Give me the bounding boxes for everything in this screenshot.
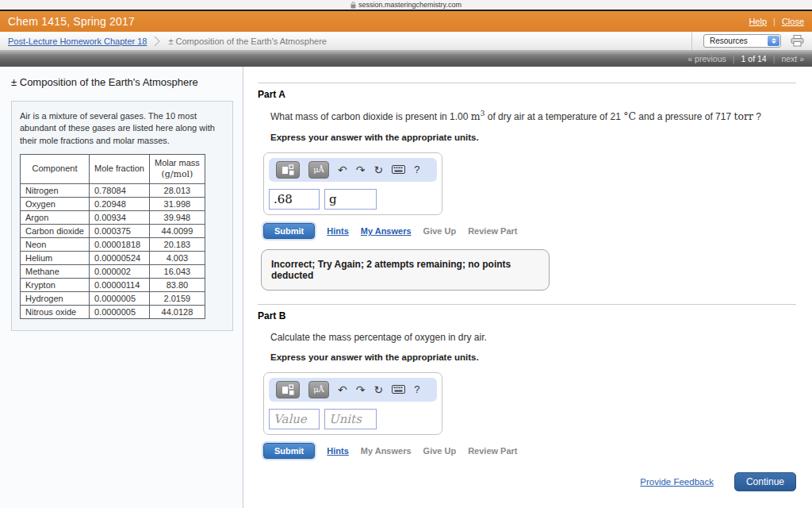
keyboard-icon[interactable]: [392, 384, 405, 395]
breadcrumb-assignment-link[interactable]: Post-Lecture Homework Chapter 18: [8, 37, 147, 46]
part-b-units-input[interactable]: [324, 409, 377, 429]
lock-icon: [350, 2, 356, 9]
gas-table-header-row: Component Mole fraction Molar mass(g/mol…: [21, 155, 205, 184]
breadcrumb-current-item: ± Composition of the Earth's Atmosphere: [168, 37, 327, 46]
col-header-molar-mass: Molar mass(g/mol): [149, 155, 205, 184]
part-a-action-row: Submit Hints My Answers Give Up Review P…: [263, 223, 796, 239]
part-b-give-up-link[interactable]: Give Up: [423, 446, 457, 456]
help-link[interactable]: Help: [749, 17, 767, 26]
help-icon[interactable]: ?: [414, 164, 419, 175]
part-a-hints-link[interactable]: Hints: [327, 226, 349, 236]
item-intro-box: Air is a mixture of several gases. The 1…: [11, 101, 233, 331]
part-a-value-input[interactable]: [269, 189, 320, 210]
printer-icon[interactable]: [791, 35, 804, 47]
select-stepper-icon: [768, 36, 779, 46]
browser-url-bar: session.masteringchemistry.com: [0, 0, 812, 10]
part-b-submit-button[interactable]: Submit: [263, 443, 315, 459]
part-a-review-part-link[interactable]: Review Part: [468, 226, 517, 236]
part-a-express-instruction: Express your answer with the appropriate…: [270, 133, 796, 142]
units-button[interactable]: μÅ: [308, 381, 329, 398]
table-row: Carbon dioxide0.00037544.0099: [21, 224, 205, 237]
table-row: Hydrogen0.00000052.0159: [21, 291, 205, 305]
close-link[interactable]: Close: [782, 17, 804, 26]
table-row: Nitrogen0.7808428.013: [21, 183, 205, 197]
templates-button[interactable]: [276, 381, 300, 398]
pager-position: 1 of 14: [741, 54, 767, 64]
undo-icon[interactable]: ↶: [338, 164, 347, 175]
previous-item-button[interactable]: « previous: [688, 54, 726, 64]
header-separator: |: [773, 17, 776, 26]
col-header-mole-fraction: Mole fraction: [90, 155, 150, 184]
browser-url: session.masteringchemistry.com: [358, 1, 462, 9]
reset-icon[interactable]: ↻: [373, 384, 383, 395]
table-row: Krypton0.0000011483.80: [21, 278, 205, 291]
part-a-my-answers-link[interactable]: My Answers: [361, 226, 412, 236]
units-button[interactable]: μÅ: [308, 161, 329, 179]
reset-icon[interactable]: ↻: [373, 164, 383, 175]
next-item-button[interactable]: next »: [781, 54, 804, 64]
templates-button[interactable]: [276, 161, 300, 179]
table-row: Nitrous oxide0.000000544.0128: [21, 305, 205, 318]
table-row: Argon0.0093439.948: [21, 210, 205, 224]
part-b-answer-box: μÅ ↶ ↷ ↻ ?: [263, 372, 442, 435]
part-b-question: Calculate the mass percentage of oxygen …: [270, 330, 796, 344]
part-a-answer-box: μÅ ↶ ↷ ↻ ?: [263, 152, 442, 215]
table-row: Methane0.00000216.043: [21, 264, 205, 278]
part-b-value-input[interactable]: [269, 409, 320, 429]
part-b-divider: [258, 304, 796, 305]
redo-icon[interactable]: ↷: [356, 384, 366, 395]
item-title: ± Composition of the Earth's Atmosphere: [11, 76, 233, 88]
part-a-give-up-link[interactable]: Give Up: [423, 226, 457, 236]
chevron-right-icon: [154, 36, 161, 47]
table-row: Oxygen0.2094831.998: [21, 197, 205, 210]
part-a-units-input[interactable]: [324, 189, 377, 210]
item-intro-text: Air is a mixture of several gases. The 1…: [20, 110, 224, 147]
templates-icon: [282, 384, 294, 395]
provide-feedback-link[interactable]: Provide Feedback: [640, 477, 714, 487]
keyboard-icon[interactable]: [392, 164, 405, 175]
part-b-express-instruction: Express your answer with the appropriate…: [270, 352, 796, 362]
part-a-label: Part A: [258, 89, 796, 100]
part-b-label: Part B: [258, 310, 796, 321]
part-a-submit-button[interactable]: Submit: [263, 223, 315, 239]
item-footer: Provide Feedback Continue: [258, 472, 796, 491]
breadcrumb: Post-Lecture Homework Chapter 18 ± Compo…: [0, 32, 812, 51]
help-icon[interactable]: ?: [414, 384, 419, 394]
item-pager-bar: « previous | 1 of 14 | next »: [0, 51, 812, 67]
app-header: Chem 1415, Spring 2017 Help | Close: [0, 11, 812, 32]
part-b-review-part-link[interactable]: Review Part: [468, 446, 517, 456]
table-row: Helium0.000005244.003: [21, 251, 205, 264]
col-header-component: Component: [21, 155, 90, 184]
part-b-hints-link[interactable]: Hints: [327, 446, 349, 456]
resources-select[interactable]: Resources: [703, 34, 781, 48]
templates-icon: [282, 164, 294, 175]
part-a-feedback-message: Incorrect; Try Again; 2 attempts remaini…: [261, 249, 550, 291]
part-a-question: What mass of carbon dioxide is present i…: [270, 109, 796, 125]
part-b-my-answers-link[interactable]: My Answers: [361, 446, 412, 456]
equation-toolbar: μÅ ↶ ↷ ↻ ?: [269, 158, 437, 182]
redo-icon[interactable]: ↷: [356, 164, 366, 175]
answer-panel: Part A What mass of carbon dioxide is pr…: [243, 67, 812, 508]
table-row: Neon0.0000181820.183: [21, 237, 205, 251]
continue-button[interactable]: Continue: [734, 472, 796, 491]
course-title: Chem 1415, Spring 2017: [8, 15, 135, 28]
item-intro-panel: ± Composition of the Earth's Atmosphere …: [0, 67, 243, 508]
gas-table: Component Mole fraction Molar mass(g/mol…: [20, 154, 205, 319]
undo-icon[interactable]: ↶: [338, 384, 347, 395]
equation-toolbar: μÅ ↶ ↷ ↻ ?: [269, 378, 437, 402]
resources-select-label: Resources: [710, 37, 748, 45]
part-a-divider: [258, 83, 796, 83]
part-b-action-row: Submit Hints My Answers Give Up Review P…: [263, 443, 796, 459]
